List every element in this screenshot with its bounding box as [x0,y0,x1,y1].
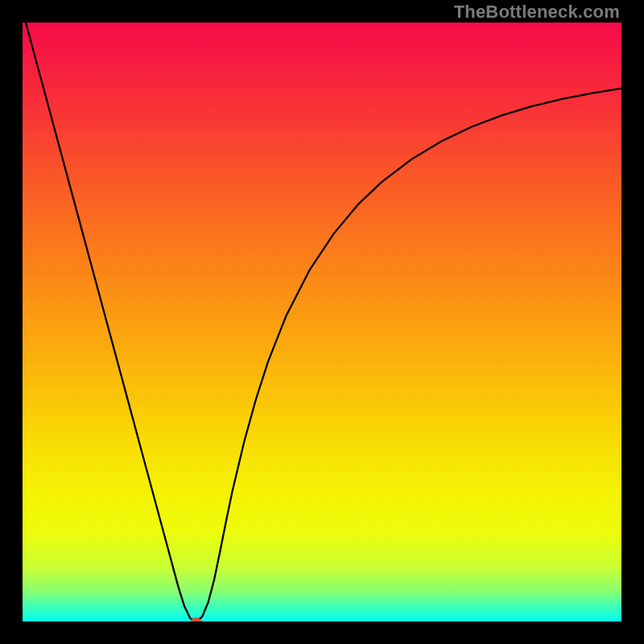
watermark-label: TheBottleneck.com [454,2,620,23]
chart-frame: TheBottleneck.com [0,0,644,644]
bottleneck-chart [23,23,621,621]
